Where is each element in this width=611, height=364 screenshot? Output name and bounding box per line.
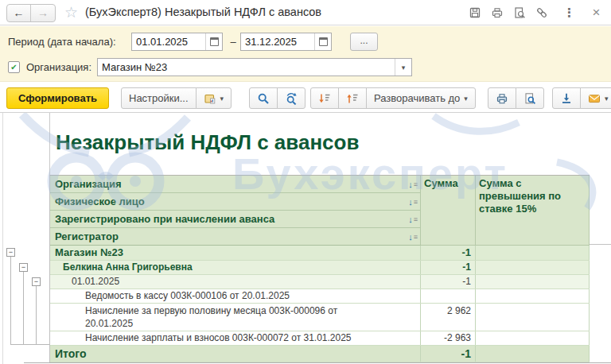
period-from-input[interactable]: 01.01.2025 <box>131 33 223 51</box>
search-icon <box>257 92 270 105</box>
table-row[interactable]: Ведомость в кассу 003К-000106 от 20.01.2… <box>50 289 590 304</box>
print-button[interactable] <box>488 87 516 109</box>
send-group: ▾ <box>552 87 611 109</box>
table-row[interactable]: 01.01.2025 -1 <box>50 275 590 289</box>
organization-label: Организация: <box>26 58 91 77</box>
expand-group: Разворачивать до ▾ <box>310 87 476 109</box>
settings-button[interactable]: Настройки... <box>121 87 197 109</box>
total-row[interactable]: Итого -1 <box>50 346 590 362</box>
report-variants-button[interactable]: ▾ <box>196 87 232 109</box>
print-preview-button[interactable] <box>516 87 544 109</box>
sort-icon[interactable]: ↓≡ <box>408 176 418 193</box>
report-window: ← → ☆ (БухЭксперт8) Незакрытый НДФЛ с ав… <box>0 0 611 364</box>
tree-margin-divider <box>49 113 50 176</box>
close-icon[interactable]: × <box>590 6 603 19</box>
tree-line <box>10 257 11 344</box>
calendar-icon[interactable] <box>314 33 331 50</box>
mail-icon <box>588 92 601 105</box>
search-button[interactable] <box>249 87 278 109</box>
sort-icon[interactable]: ↓≡ <box>408 193 418 211</box>
header-person[interactable]: Физическое лицо ↓≡ <box>50 193 421 211</box>
collapse-groups-icon <box>346 92 359 105</box>
table-header: Организация ↓≡ Физическое лицо ↓≡ Зареги… <box>50 176 590 246</box>
chevron-down-icon: ▾ <box>464 95 468 103</box>
period-label: Период (дата начала): <box>8 33 116 52</box>
more-icon[interactable]: ⋮ <box>562 6 576 19</box>
expand-groups-icon <box>318 92 331 105</box>
report-title: Незакрытый НДФЛ с авансов <box>56 130 359 155</box>
period-to-input[interactable]: 31.12.2025 <box>240 33 332 51</box>
tree-line <box>36 286 37 344</box>
table-row[interactable]: Начисление зарплаты и взносов 003К-00007… <box>50 331 590 346</box>
header-extension-line <box>589 244 611 245</box>
download-icon <box>560 92 573 105</box>
link-icon[interactable] <box>535 6 548 19</box>
window-title: (БухЭксперт8) Незакрытый НДФЛ с авансов <box>85 6 321 18</box>
titlebar-actions: ⋮ × <box>468 6 603 19</box>
expand-to-button[interactable]: Разворачивать до ▾ <box>366 87 476 109</box>
header-organization[interactable]: Организация ↓≡ <box>50 176 421 193</box>
save-icon[interactable] <box>468 6 481 19</box>
generate-button[interactable]: Сформировать <box>6 87 109 109</box>
printer-icon <box>496 92 508 105</box>
header-sum-15[interactable]: Сумма с превышения по ставке 15% <box>476 176 590 246</box>
forward-button[interactable]: → <box>31 5 55 21</box>
table-row[interactable]: Начисление за первую половину месяца 003… <box>50 304 590 331</box>
preview-icon[interactable] <box>512 6 526 19</box>
print-preview-icon <box>523 92 536 105</box>
header-sum[interactable]: Сумма <box>421 176 476 246</box>
nav-buttons: ← → <box>6 4 56 22</box>
organization-checkbox[interactable]: ✔ <box>8 61 20 73</box>
search-next-icon <box>285 92 298 105</box>
send-mail-button[interactable]: ▾ <box>580 87 611 109</box>
table-row[interactable]: Магазин №23 -1 <box>50 246 590 261</box>
sort-icon[interactable]: ↓≡ <box>408 228 418 246</box>
organization-input[interactable]: Магазин №23 ▾ <box>97 58 412 76</box>
search-next-button[interactable] <box>277 87 306 109</box>
table-bottom-line <box>24 362 611 363</box>
title-bar: ← → ☆ (БухЭксперт8) Незакрытый НДФЛ с ав… <box>0 0 611 25</box>
report-area: Бухэксперт Незакрытый НДФЛ с авансов Орг… <box>0 113 611 364</box>
search-group <box>249 87 306 109</box>
favorite-star-icon[interactable]: ☆ <box>64 3 78 21</box>
report-table: Организация ↓≡ Физическое лицо ↓≡ Зареги… <box>49 175 590 362</box>
sort-icon[interactable]: ↓≡ <box>408 211 418 228</box>
tree-collapse-toggle[interactable]: − <box>19 263 28 272</box>
period-options-button[interactable]: ... <box>350 33 378 51</box>
collapse-groups-button[interactable] <box>338 87 367 109</box>
chevron-down-icon: ▾ <box>605 95 609 103</box>
print-icon[interactable] <box>490 6 504 19</box>
back-button[interactable]: ← <box>7 5 31 21</box>
header-registered-on-advance[interactable]: Зарегистрировано при начислении аванса ↓… <box>50 211 421 228</box>
report-toolbar: Сформировать Настройки... ▾ <box>0 82 611 113</box>
chevron-down-icon[interactable]: ▾ <box>395 59 411 76</box>
header-registrar[interactable]: Регистратор ↓≡ <box>50 228 421 246</box>
save-file-button[interactable] <box>552 87 581 109</box>
tree-line <box>23 272 24 344</box>
expand-groups-button[interactable] <box>310 87 339 109</box>
settings-group: Настройки... ▾ <box>121 87 232 109</box>
report-variant-icon <box>204 92 216 105</box>
report-left-border <box>2 113 3 364</box>
tree-collapse-toggle[interactable]: − <box>32 277 41 286</box>
calendar-icon[interactable] <box>205 33 222 50</box>
tree-line <box>10 344 49 345</box>
filter-panel: Период (дата начала): 01.01.2025 – 31.12… <box>0 26 611 82</box>
tree-collapse-toggle[interactable]: − <box>6 248 15 257</box>
table-row[interactable]: Белкина Анна Григорьевна -1 <box>50 261 590 275</box>
period-dash: – <box>228 33 238 52</box>
print-group <box>488 87 544 109</box>
